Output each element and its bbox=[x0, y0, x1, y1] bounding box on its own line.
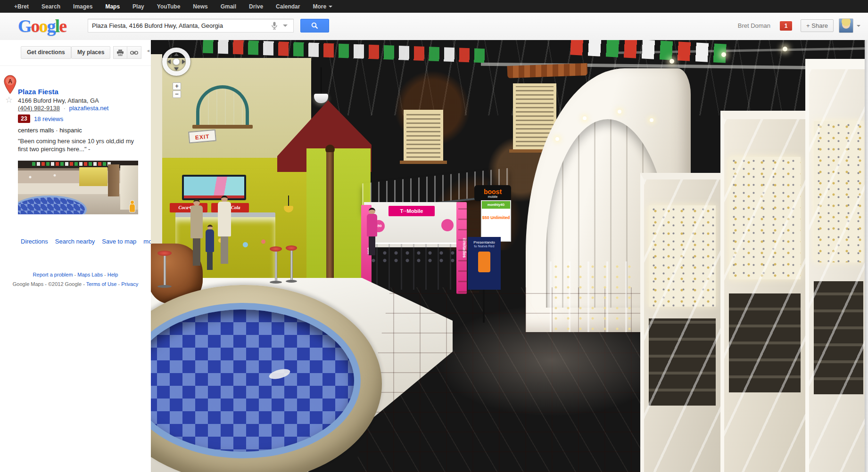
map-pin-a: A bbox=[4, 75, 17, 95]
nav-images[interactable]: Images bbox=[73, 3, 92, 10]
logo-letter: l bbox=[55, 16, 59, 36]
nav-gmail[interactable]: Gmail bbox=[221, 3, 236, 10]
notification-badge[interactable]: 1 bbox=[780, 21, 792, 31]
zoom-in-button[interactable]: + bbox=[173, 82, 181, 90]
recessed-light bbox=[555, 137, 559, 141]
glass-reflection bbox=[809, 69, 868, 472]
tv-screen bbox=[182, 175, 246, 200]
link-button[interactable] bbox=[127, 46, 141, 59]
pegman-icon bbox=[130, 204, 135, 212]
nav-news[interactable]: News bbox=[193, 3, 207, 10]
search-box bbox=[88, 19, 294, 33]
footer-separator: - bbox=[104, 272, 106, 277]
reviews-link[interactable]: 18 reviews bbox=[34, 115, 63, 122]
thumb-fountain bbox=[18, 195, 87, 214]
zoom-out-button[interactable]: − bbox=[173, 90, 181, 98]
directions-link[interactable]: Directions bbox=[21, 238, 48, 245]
person-head bbox=[221, 195, 228, 202]
nav-youtube[interactable]: YouTube bbox=[157, 3, 181, 10]
pendant-lamp-cord bbox=[321, 67, 322, 95]
stool-pole bbox=[290, 251, 293, 280]
ceiling-spotlight bbox=[721, 52, 726, 57]
recessed-light bbox=[583, 116, 587, 120]
divider bbox=[0, 65, 151, 66]
ceiling-spotlight bbox=[670, 59, 674, 64]
tmobile-sign: T··Mobile bbox=[389, 206, 435, 216]
dot-separator: · bbox=[64, 105, 66, 112]
maps-labs-link[interactable]: Maps Labs bbox=[77, 272, 103, 277]
ceiling-spotlight bbox=[783, 47, 787, 51]
person-torso bbox=[218, 202, 231, 236]
logo-letter: o bbox=[31, 16, 39, 36]
avatar[interactable] bbox=[839, 18, 853, 33]
star-icon[interactable]: ☆ bbox=[5, 95, 13, 105]
tv-picture bbox=[184, 177, 244, 198]
streetview-compass-control[interactable] bbox=[161, 47, 191, 77]
stool-base bbox=[286, 280, 297, 283]
website-link[interactable]: plazafiesta.net bbox=[69, 105, 109, 112]
thumb-display-cases bbox=[120, 165, 138, 210]
my-places-button[interactable]: My places bbox=[71, 46, 110, 59]
poster-phone-image bbox=[478, 252, 490, 272]
nav-drive[interactable]: Drive bbox=[249, 3, 263, 10]
save-to-map-link[interactable]: Save to map bbox=[102, 238, 136, 245]
collapse-panel-arrow[interactable]: ◂ bbox=[147, 48, 149, 54]
stool-seat bbox=[286, 245, 297, 251]
google-services-bar: +Bret Search Images Maps Play YouTube Ne… bbox=[0, 0, 868, 13]
streetview-panorama[interactable]: EXIT Coca·Cola Coca·Cola T··Mobile $50 $… bbox=[151, 40, 868, 472]
review-quote: "Been coming here since 10 yrs old,did m… bbox=[18, 137, 139, 153]
google-logo: Google bbox=[18, 16, 66, 36]
sidebar-footer-links: Report a problem-Maps Labs-Help bbox=[0, 272, 151, 277]
share-button[interactable]: + Share bbox=[801, 19, 834, 32]
nav-play[interactable]: Play bbox=[132, 3, 144, 10]
poster-subtitle: tu Nueva Red bbox=[468, 244, 501, 248]
nav-more[interactable]: More bbox=[313, 3, 332, 10]
shuttered-window bbox=[404, 110, 443, 161]
place-contact-row: (404) 982-9138 · plazafiesta.net bbox=[18, 105, 108, 112]
search-button[interactable] bbox=[300, 19, 329, 33]
stool-base bbox=[270, 281, 282, 284]
terms-link[interactable]: Terms of Use bbox=[86, 281, 117, 287]
sidebar-copyright: Google Maps - ©2012 Google - Terms of Us… bbox=[0, 281, 151, 287]
nav-maps[interactable]: Maps bbox=[105, 3, 120, 10]
place-categories: centers malls · hispanic bbox=[18, 127, 82, 134]
print-button[interactable] bbox=[113, 46, 127, 59]
shopper bbox=[218, 195, 231, 264]
get-directions-button[interactable]: Get directions bbox=[21, 46, 71, 59]
thumb-storefronts bbox=[18, 168, 79, 186]
yellow-lamp-cord bbox=[288, 195, 289, 207]
footer-separator: - bbox=[118, 281, 120, 287]
search-nearby-link[interactable]: Search nearby bbox=[55, 238, 95, 245]
logo-letter: o bbox=[39, 16, 47, 36]
red-stool bbox=[157, 251, 172, 288]
red-stool bbox=[270, 246, 282, 284]
recessed-light bbox=[650, 118, 653, 122]
nav-plus-profile[interactable]: +Bret bbox=[14, 3, 29, 10]
person-head bbox=[369, 208, 375, 214]
link-icon bbox=[130, 50, 138, 55]
copyright-text: Google Maps - ©2012 Google - bbox=[13, 281, 85, 287]
scrollbar-strip[interactable] bbox=[865, 40, 868, 472]
boost-sign-text: boost bbox=[484, 188, 502, 195]
person-legs bbox=[369, 236, 375, 255]
chevron-down-icon bbox=[329, 6, 332, 8]
recessed-light bbox=[618, 110, 621, 114]
header: Google Bret Doman 1 + Share bbox=[0, 13, 868, 41]
nav-search[interactable]: Search bbox=[41, 3, 60, 10]
place-title-link[interactable]: Plaza Fiesta bbox=[18, 88, 58, 96]
search-dropdown-caret[interactable] bbox=[283, 24, 288, 27]
presentando-poster: Presentando tu Nueva Red bbox=[468, 237, 501, 290]
microphone-icon[interactable] bbox=[272, 22, 277, 30]
privacy-link[interactable]: Privacy bbox=[121, 281, 138, 287]
stool-pole bbox=[275, 252, 277, 281]
help-link[interactable]: Help bbox=[107, 272, 118, 277]
search-input[interactable] bbox=[88, 19, 269, 32]
nav-calendar[interactable]: Calendar bbox=[276, 3, 300, 10]
user-name[interactable]: Bret Doman bbox=[738, 22, 770, 29]
shopper bbox=[190, 199, 203, 266]
report-problem-link[interactable]: Report a problem bbox=[33, 272, 73, 277]
place-photo-thumbnail[interactable] bbox=[18, 161, 138, 214]
phone-link[interactable]: (404) 982-9138 bbox=[18, 105, 60, 112]
stool-seat bbox=[157, 251, 172, 256]
account-dropdown-caret[interactable] bbox=[857, 25, 860, 27]
